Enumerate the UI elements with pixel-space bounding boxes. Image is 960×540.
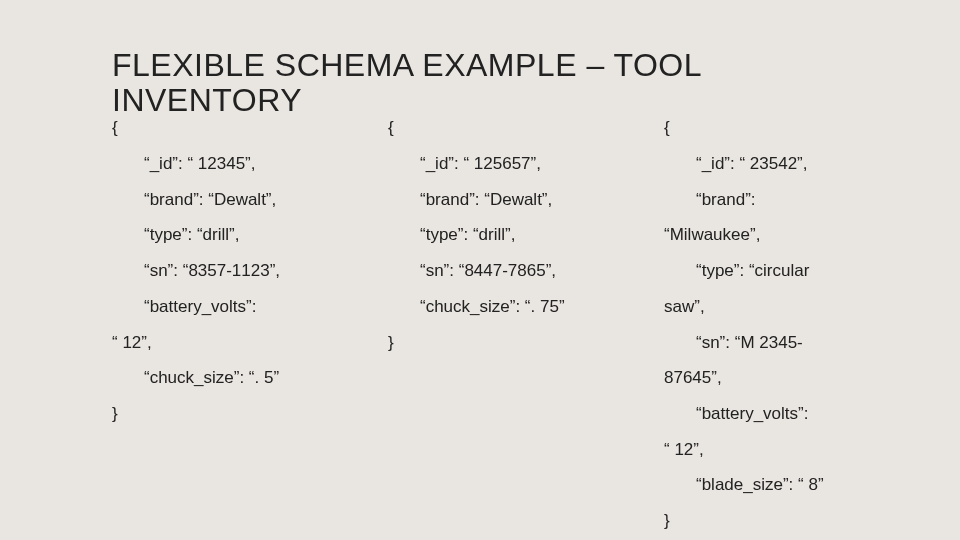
open-brace: { bbox=[388, 110, 624, 146]
open-brace: { bbox=[112, 110, 348, 146]
json-field: “type”: “drill”, bbox=[420, 217, 624, 253]
open-brace: { bbox=[664, 110, 900, 146]
json-field-cont: saw”, bbox=[664, 289, 900, 325]
close-brace: } bbox=[388, 325, 624, 361]
json-field-cont: “ 12”, bbox=[664, 432, 900, 468]
json-field: “type”: “circular bbox=[696, 253, 900, 289]
json-field: “type”: “drill”, bbox=[144, 217, 348, 253]
json-field: “sn”: “M 2345- bbox=[696, 325, 900, 361]
json-field: “brand”: bbox=[696, 182, 900, 218]
json-field: “_id”: “ 12345”, bbox=[144, 146, 348, 182]
json-field: “brand”: “Dewalt”, bbox=[420, 182, 624, 218]
close-brace: } bbox=[112, 396, 348, 432]
json-field: “battery_volts”: bbox=[696, 396, 900, 432]
json-field: “battery_volts”: bbox=[144, 289, 348, 325]
json-field-cont: “Milwaukee”, bbox=[664, 217, 900, 253]
json-block-1: { “_id”: “ 12345”, “brand”: “Dewalt”, “t… bbox=[112, 110, 348, 538]
json-field: “chuck_size”: “. 75” bbox=[420, 289, 624, 325]
json-block-3: { “_id”: “ 23542”, “brand”: “Milwaukee”,… bbox=[664, 110, 900, 538]
json-block-2: { “_id”: “ 125657”, “brand”: “Dewalt”, “… bbox=[388, 110, 624, 538]
json-field: “chuck_size”: “. 5” bbox=[144, 360, 348, 396]
json-field: “_id”: “ 23542”, bbox=[696, 146, 900, 182]
json-field: “sn”: “8447-7865”, bbox=[420, 253, 624, 289]
close-brace: } bbox=[664, 503, 900, 539]
json-field-cont: “ 12”, bbox=[112, 325, 348, 361]
code-columns: { “_id”: “ 12345”, “brand”: “Dewalt”, “t… bbox=[112, 110, 900, 538]
json-field-cont: 87645”, bbox=[664, 360, 900, 396]
json-field: “blade_size”: “ 8” bbox=[696, 467, 900, 503]
json-field: “sn”: “8357-1123”, bbox=[144, 253, 348, 289]
json-field: “_id”: “ 125657”, bbox=[420, 146, 624, 182]
slide-title: FLEXIBLE SCHEMA EXAMPLE – TOOL INVENTORY bbox=[112, 48, 900, 118]
slide: FLEXIBLE SCHEMA EXAMPLE – TOOL INVENTORY… bbox=[0, 0, 960, 540]
json-field: “brand”: “Dewalt”, bbox=[144, 182, 348, 218]
